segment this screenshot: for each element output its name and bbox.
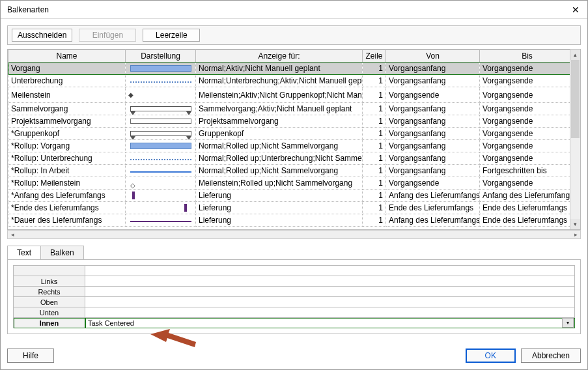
- cell-von[interactable]: Anfang des Lieferumfangs: [386, 214, 480, 227]
- table-row[interactable]: VorgangNormal;Aktiv;Nicht Manuell geplan…: [8, 63, 570, 75]
- cell-von[interactable]: Vorgangsanfang: [386, 128, 480, 140]
- cell-darstellung[interactable]: [126, 165, 196, 177]
- cell-darstellung[interactable]: [126, 87, 196, 103]
- cancel-button[interactable]: Abbrechen: [521, 349, 581, 363]
- cell-darstellung[interactable]: [126, 202, 196, 214]
- table-row[interactable]: MeilensteinMeilenstein;Aktiv;Nicht Grupp…: [8, 87, 570, 103]
- cell-anzeige[interactable]: Lieferung: [196, 190, 363, 202]
- cell-von[interactable]: Vorgangsende: [386, 177, 480, 190]
- cell-zeile[interactable]: 1: [363, 202, 386, 214]
- cell-anzeige[interactable]: Normal;Aktiv;Nicht Manuell geplant: [196, 63, 363, 75]
- table-row[interactable]: *Rollup: In ArbeitNormal;Rolled up;Nicht…: [8, 165, 570, 177]
- horizontal-scrollbar[interactable]: ◂ ▸: [7, 230, 581, 239]
- cell-bis[interactable]: Vorgangsende: [480, 177, 570, 190]
- col-bis-header[interactable]: Bis: [480, 50, 570, 63]
- text-position-label[interactable]: Links: [14, 276, 85, 287]
- col-anzeige-header[interactable]: Anzeige für:: [196, 50, 363, 63]
- cell-anzeige[interactable]: Normal;Rolled up;Nicht Sammelvorgang: [196, 165, 363, 177]
- table-row[interactable]: *Rollup: VorgangNormal;Rolled up;Nicht S…: [8, 140, 570, 152]
- cut-button[interactable]: Ausschneiden: [12, 29, 72, 42]
- cell-von[interactable]: Ende des Lieferumfangs: [386, 202, 480, 214]
- text-position-label[interactable]: Oben: [14, 297, 85, 307]
- text-position-row[interactable]: Unten: [14, 307, 575, 318]
- blank-row-button[interactable]: Leerzeile: [143, 29, 200, 42]
- text-position-label[interactable]: Rechts: [14, 287, 85, 297]
- cell-darstellung[interactable]: [126, 75, 196, 87]
- cell-anzeige[interactable]: Sammelvorgang;Aktiv;Nicht Manuell geplan…: [196, 103, 363, 115]
- cell-anzeige[interactable]: Normal;Rolled up;Nicht Sammelvorgang: [196, 140, 363, 152]
- cell-bis[interactable]: Ende des Lieferumfangs: [480, 202, 570, 214]
- text-position-label[interactable]: Unten: [14, 307, 85, 318]
- text-position-value[interactable]: Task Centered▾: [85, 318, 575, 328]
- cell-bis[interactable]: Vorgangsende: [480, 87, 570, 103]
- table-row[interactable]: *Ende des LieferumfangsLieferung1Ende de…: [8, 202, 570, 214]
- cell-bis[interactable]: Vorgangsende: [480, 128, 570, 140]
- text-position-row[interactable]: [14, 266, 575, 276]
- text-position-value[interactable]: [85, 307, 575, 318]
- cell-von[interactable]: Vorgangsanfang: [386, 165, 480, 177]
- text-position-label[interactable]: Innen: [14, 318, 85, 328]
- cell-name[interactable]: Unterbrechung: [8, 75, 126, 87]
- cell-bis[interactable]: Vorgangsende: [480, 152, 570, 165]
- cell-name[interactable]: *Rollup: Meilenstein: [8, 177, 126, 190]
- text-position-row[interactable]: InnenTask Centered▾: [14, 318, 575, 328]
- cell-anzeige[interactable]: Normal;Unterbrechung;Aktiv;Nicht Manuell…: [196, 75, 363, 87]
- cell-darstellung[interactable]: [126, 103, 196, 115]
- cell-zeile[interactable]: 1: [363, 75, 386, 87]
- cell-zeile[interactable]: 1: [363, 128, 386, 140]
- cell-name[interactable]: Projektsammelvorgang: [8, 115, 126, 128]
- cell-anzeige[interactable]: Gruppenkopf: [196, 128, 363, 140]
- cell-anzeige[interactable]: Normal;Rolled up;Unterbrechung;Nicht Sam…: [196, 152, 363, 165]
- cell-name[interactable]: Vorgang: [8, 63, 126, 75]
- cell-bis[interactable]: Anfang des Lieferumfangs: [480, 190, 570, 202]
- table-row[interactable]: *Rollup: UnterbrechungNormal;Rolled up;U…: [8, 152, 570, 165]
- cell-zeile[interactable]: 1: [363, 190, 386, 202]
- cell-darstellung[interactable]: [126, 115, 196, 128]
- cell-anzeige[interactable]: Projektsammelvorgang: [196, 115, 363, 128]
- cell-name[interactable]: *Rollup: Unterbrechung: [8, 152, 126, 165]
- cell-name[interactable]: *Gruppenkopf: [8, 128, 126, 140]
- table-row[interactable]: UnterbrechungNormal;Unterbrechung;Aktiv;…: [8, 75, 570, 87]
- cell-anzeige[interactable]: Lieferung: [196, 214, 363, 227]
- cell-darstellung[interactable]: [126, 140, 196, 152]
- cell-bis[interactable]: Vorgangsende: [480, 63, 570, 75]
- cell-zeile[interactable]: 1: [363, 214, 386, 227]
- help-button[interactable]: Hilfe: [7, 349, 54, 363]
- cell-zeile[interactable]: 1: [363, 165, 386, 177]
- vertical-scrollbar[interactable]: ▴ ▾: [570, 50, 580, 229]
- text-position-row[interactable]: Links: [14, 276, 575, 287]
- cell-name[interactable]: *Anfang des Lieferumfangs: [8, 190, 126, 202]
- cell-name[interactable]: *Dauer des Lieferumfangs: [8, 214, 126, 227]
- cell-von[interactable]: Vorgangsanfang: [386, 140, 480, 152]
- scroll-up-icon[interactable]: ▴: [570, 50, 580, 60]
- tab-balken[interactable]: Balken: [40, 246, 84, 259]
- col-von-header[interactable]: Von: [386, 50, 480, 63]
- cell-name[interactable]: *Ende des Lieferumfangs: [8, 202, 126, 214]
- cell-bis[interactable]: Ende des Lieferumfangs: [480, 214, 570, 227]
- table-row[interactable]: *Anfang des LieferumfangsLieferung1Anfan…: [8, 190, 570, 202]
- table-row[interactable]: ProjektsammelvorgangProjektsammelvorgang…: [8, 115, 570, 128]
- cell-anzeige[interactable]: Meilenstein;Aktiv;Nicht Gruppenkopf;Nich…: [196, 87, 363, 103]
- cell-zeile[interactable]: 1: [363, 103, 386, 115]
- cell-bis[interactable]: Vorgangsende: [480, 115, 570, 128]
- cell-zeile[interactable]: 1: [363, 152, 386, 165]
- cell-bis[interactable]: Vorgangsende: [480, 75, 570, 87]
- cell-zeile[interactable]: 1: [363, 115, 386, 128]
- cell-anzeige[interactable]: Lieferung: [196, 202, 363, 214]
- scroll-left-icon[interactable]: ◂: [8, 231, 17, 238]
- cell-darstellung[interactable]: [126, 63, 196, 75]
- text-position-label[interactable]: [14, 266, 85, 276]
- text-position-value[interactable]: [85, 276, 575, 287]
- cell-darstellung[interactable]: [126, 214, 196, 227]
- cell-darstellung[interactable]: [126, 128, 196, 140]
- text-position-value[interactable]: [85, 266, 575, 276]
- table-row[interactable]: *Rollup: MeilensteinMeilenstein;Rolled u…: [8, 177, 570, 190]
- col-name-header[interactable]: Name: [8, 50, 126, 63]
- text-position-value[interactable]: [85, 287, 575, 297]
- text-position-row[interactable]: Oben: [14, 297, 575, 307]
- cell-zeile[interactable]: 1: [363, 63, 386, 75]
- dropdown-icon[interactable]: ▾: [562, 318, 574, 328]
- cell-name[interactable]: *Rollup: Vorgang: [8, 140, 126, 152]
- cell-name[interactable]: *Rollup: In Arbeit: [8, 165, 126, 177]
- cell-bis[interactable]: Vorgangsende: [480, 103, 570, 115]
